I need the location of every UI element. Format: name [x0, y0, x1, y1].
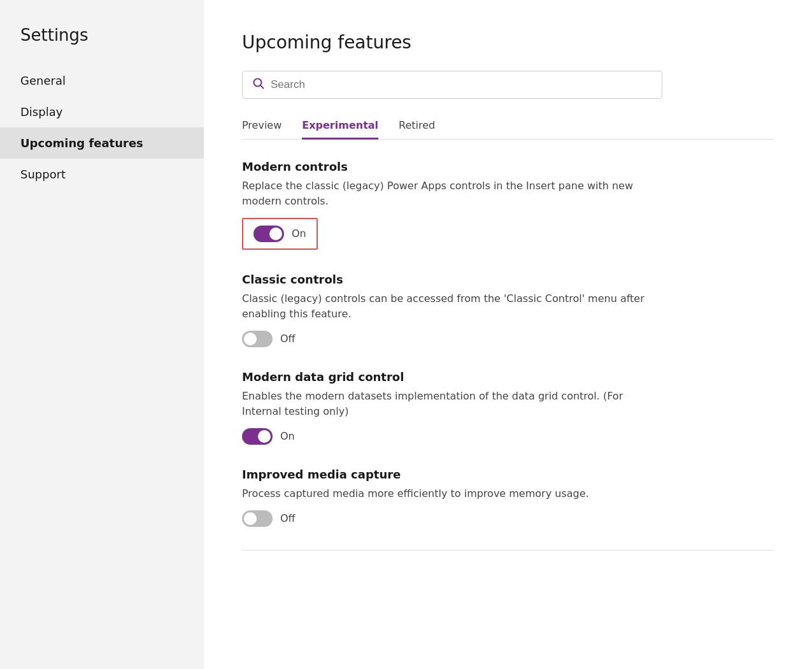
- feature-classic-controls: Classic controls Classic (legacy) contro…: [242, 273, 774, 347]
- modern-controls-toggle-highlight: On: [242, 218, 318, 250]
- sidebar-title: Settings: [0, 25, 204, 65]
- tabs: Preview Experimental Retired: [242, 119, 774, 140]
- sidebar: Settings General Display Upcoming featur…: [0, 0, 204, 669]
- modern-controls-toggle[interactable]: [253, 226, 284, 242]
- modern-data-grid-toggle-knob: [258, 430, 271, 443]
- main-content: Upcoming features Preview Experimental R…: [204, 0, 812, 669]
- classic-controls-title: Classic controls: [242, 273, 774, 286]
- modern-controls-desc: Replace the classic (legacy) Power Apps …: [242, 178, 650, 209]
- modern-data-grid-title: Modern data grid control: [242, 370, 774, 384]
- search-icon: [253, 78, 264, 92]
- modern-controls-toggle-label: On: [292, 227, 306, 240]
- page-title: Upcoming features: [242, 32, 774, 53]
- classic-controls-toggle[interactable]: [242, 331, 273, 347]
- feature-improved-media-capture: Improved media capture Process captured …: [242, 468, 774, 527]
- bottom-divider: [242, 550, 774, 550]
- modern-data-grid-desc: Enables the modern datasets implementati…: [242, 389, 650, 419]
- feature-modern-data-grid: Modern data grid control Enables the mod…: [242, 370, 774, 445]
- improved-media-capture-toggle[interactable]: [242, 510, 273, 527]
- modern-data-grid-toggle-label: On: [280, 430, 295, 442]
- modern-controls-title: Modern controls: [242, 160, 774, 173]
- classic-controls-toggle-label: Off: [280, 333, 296, 345]
- sidebar-item-display[interactable]: Display: [0, 96, 204, 127]
- feature-modern-controls: Modern controls Replace the classic (leg…: [242, 160, 774, 250]
- classic-controls-desc: Classic (legacy) controls can be accesse…: [242, 291, 650, 322]
- improved-media-capture-toggle-knob: [244, 512, 257, 525]
- tab-retired[interactable]: Retired: [399, 119, 435, 140]
- improved-media-capture-toggle-label: Off: [280, 512, 296, 524]
- search-box: [242, 71, 662, 99]
- improved-media-capture-toggle-row: Off: [242, 510, 774, 527]
- sidebar-item-upcoming-features[interactable]: Upcoming features: [0, 127, 204, 159]
- sidebar-item-general[interactable]: General: [0, 65, 204, 96]
- modern-data-grid-toggle[interactable]: [242, 428, 273, 445]
- classic-controls-toggle-row: Off: [242, 331, 774, 347]
- search-input[interactable]: [271, 78, 652, 91]
- tab-preview[interactable]: Preview: [242, 119, 281, 140]
- tab-experimental[interactable]: Experimental: [302, 119, 378, 140]
- classic-controls-toggle-knob: [244, 333, 257, 345]
- improved-media-capture-desc: Process captured media more efficiently …: [242, 486, 650, 501]
- modern-controls-toggle-knob: [269, 227, 282, 240]
- improved-media-capture-title: Improved media capture: [242, 468, 774, 481]
- sidebar-item-support[interactable]: Support: [0, 159, 204, 190]
- svg-line-1: [260, 85, 263, 88]
- modern-data-grid-toggle-row: On: [242, 428, 774, 445]
